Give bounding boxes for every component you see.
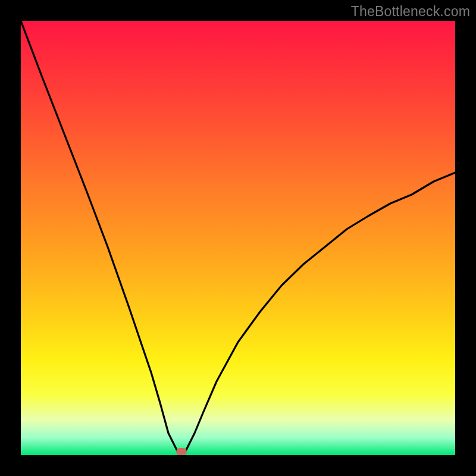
plot-area [21,21,455,455]
chart-frame: TheBottleneck.com [0,0,476,476]
bottleneck-curve [21,21,455,455]
optimal-marker [176,448,187,455]
curve-path [21,21,455,455]
watermark-text: TheBottleneck.com [351,4,470,20]
